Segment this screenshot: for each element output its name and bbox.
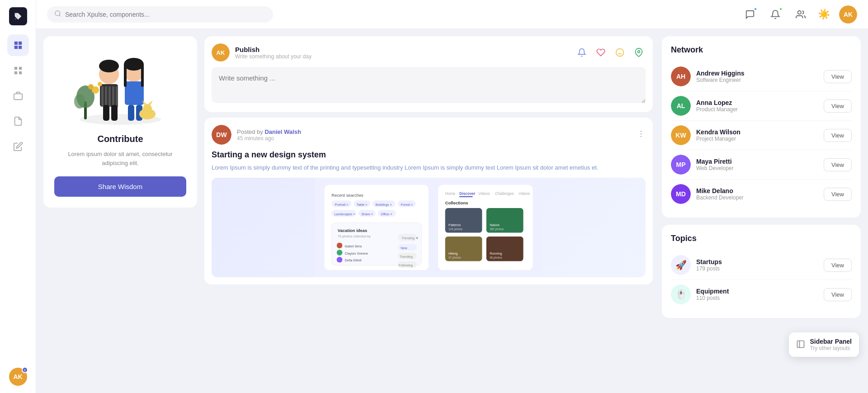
network-info-andrew: Andrew Higgins Software Engineer bbox=[696, 70, 818, 83]
share-wisdom-button[interactable]: Share Wisdom bbox=[54, 176, 186, 197]
svg-text:Trending ▼: Trending ▼ bbox=[401, 236, 419, 240]
svg-text:Recent searches: Recent searches bbox=[331, 192, 363, 197]
chat-notification-dot bbox=[754, 7, 757, 11]
startups-icon: 🚀 bbox=[675, 260, 687, 270]
topic-posts-equipment: 110 posts bbox=[696, 295, 818, 301]
topics-section: Topics 🚀 Startups 179 posts View 🖱️ bbox=[662, 225, 861, 318]
network-role: Software Engineer bbox=[696, 77, 818, 83]
contribute-illustration bbox=[71, 47, 170, 128]
view-maya-button[interactable]: View bbox=[824, 158, 852, 171]
sidebar-user-avatar[interactable]: AK 3 bbox=[9, 368, 27, 386]
composer-header: AK Publish Write something about your da… bbox=[212, 43, 646, 62]
network-title: Network bbox=[671, 45, 852, 55]
view-startups-button[interactable]: View bbox=[824, 259, 852, 272]
network-item: MP Maya Piretti Web Developer View bbox=[671, 150, 852, 180]
svg-text:Portrait ×: Portrait × bbox=[335, 202, 349, 206]
location-action-icon[interactable] bbox=[632, 46, 646, 59]
contribute-description: Lorem ipsum dolor sit amet, consectetur … bbox=[54, 150, 186, 167]
view-anna-button[interactable]: View bbox=[824, 99, 852, 113]
svg-text:Collections: Collections bbox=[445, 200, 468, 205]
svg-marker-32 bbox=[148, 100, 153, 105]
sidebar-item-briefcase[interactable] bbox=[7, 85, 29, 107]
svg-rect-14 bbox=[101, 86, 104, 107]
svg-point-63 bbox=[337, 242, 343, 248]
contribute-title: Contribute bbox=[97, 134, 143, 144]
network-avatar-anna: AL bbox=[671, 96, 691, 116]
topic-name-startups: Startups bbox=[696, 258, 818, 265]
network-item: KW Kendra Wilson Project Manager View bbox=[671, 121, 852, 150]
startups-icon-wrap: 🚀 bbox=[671, 255, 691, 275]
svg-rect-25 bbox=[103, 105, 109, 121]
svg-rect-17 bbox=[112, 86, 114, 107]
svg-text:Videos: Videos bbox=[478, 191, 490, 195]
post-author-name[interactable]: Daniel Walsh bbox=[264, 128, 301, 135]
app-logo[interactable] bbox=[9, 7, 27, 25]
composer-sub: Write something about your day bbox=[235, 53, 570, 60]
sidebar-panel-tooltip[interactable]: Sidebar Panel Try other layouts bbox=[789, 332, 859, 357]
svg-rect-15 bbox=[105, 86, 107, 107]
svg-text:Nature: Nature bbox=[490, 223, 500, 227]
svg-point-65 bbox=[337, 250, 343, 256]
network-name: Anna Lopez bbox=[696, 99, 818, 106]
main-container: ☀️ AK bbox=[36, 0, 868, 393]
svg-text:Share ×: Share × bbox=[361, 212, 373, 216]
svg-text:Table ×: Table × bbox=[357, 202, 368, 206]
view-equipment-button[interactable]: View bbox=[824, 288, 852, 301]
view-kendra-button[interactable]: View bbox=[824, 129, 852, 142]
svg-rect-3 bbox=[19, 71, 21, 74]
heart-action-icon[interactable] bbox=[594, 46, 608, 59]
equipment-icon-wrap: 🖱️ bbox=[671, 284, 691, 304]
composer-textarea[interactable] bbox=[212, 67, 646, 103]
svg-point-36 bbox=[616, 49, 624, 57]
bell-action-icon[interactable] bbox=[575, 46, 589, 59]
network-role: Backend Developer bbox=[696, 194, 818, 201]
post-header: DW Posted by Daniel Walsh 45 minutes ago bbox=[212, 125, 646, 145]
users-icon-button[interactable] bbox=[793, 6, 809, 23]
svg-text:Patterns: Patterns bbox=[448, 223, 461, 227]
network-info-maya: Maya Piretti Web Developer bbox=[696, 158, 818, 171]
view-mike-button[interactable]: View bbox=[824, 188, 852, 201]
svg-rect-2 bbox=[14, 71, 17, 74]
network-section: Network AH Andrew Higgins Software Engin… bbox=[662, 36, 861, 218]
sidebar-item-file[interactable] bbox=[7, 110, 29, 132]
user-avatar-nav[interactable]: AK bbox=[839, 5, 857, 24]
svg-text:Following: Following bbox=[399, 263, 413, 267]
sidebar-item-grid[interactable] bbox=[7, 60, 29, 81]
sidebar-panel-icon bbox=[796, 340, 805, 350]
svg-text:143 photos: 143 photos bbox=[448, 227, 462, 231]
network-avatar-mike: MD bbox=[671, 184, 691, 204]
sidebar-panel-content: Sidebar Panel Try other layouts bbox=[810, 338, 852, 351]
topic-item-equipment: 🖱️ Equipment 110 posts View bbox=[671, 280, 852, 309]
svg-point-39 bbox=[638, 51, 640, 53]
svg-text:Running: Running bbox=[490, 251, 502, 255]
svg-text:Clayton Greene: Clayton Greene bbox=[345, 251, 368, 255]
sidebar-item-dashboard[interactable] bbox=[7, 34, 29, 56]
chat-icon-button[interactable] bbox=[742, 6, 758, 23]
svg-point-11 bbox=[74, 94, 85, 109]
topic-name-equipment: Equipment bbox=[696, 288, 818, 295]
search-input[interactable] bbox=[65, 11, 266, 18]
svg-text:Vacation ideas: Vacation ideas bbox=[338, 228, 367, 233]
svg-point-7 bbox=[798, 10, 801, 14]
post-meta: Posted by Daniel Walsh 45 minutes ago bbox=[237, 128, 631, 142]
topnav-right: ☀️ AK bbox=[742, 5, 857, 24]
bell-icon-button[interactable] bbox=[767, 6, 783, 23]
svg-text:98 photos: 98 photos bbox=[490, 256, 502, 260]
search-box[interactable] bbox=[47, 6, 273, 23]
svg-rect-27 bbox=[128, 105, 134, 121]
svg-text:Home: Home bbox=[445, 191, 456, 195]
sidebar-item-note[interactable] bbox=[7, 136, 29, 157]
emoji-action-icon[interactable] bbox=[613, 46, 627, 59]
svg-rect-1 bbox=[19, 67, 21, 70]
network-role: Project Manager bbox=[696, 136, 818, 142]
svg-rect-97 bbox=[797, 341, 804, 347]
post-more-button[interactable] bbox=[637, 129, 646, 140]
theme-toggle-icon[interactable]: ☀️ bbox=[818, 9, 830, 20]
left-sidebar: AK 3 bbox=[0, 0, 36, 393]
left-panel: Contribute Lorem ipsum dolor sit amet, c… bbox=[43, 36, 197, 386]
view-andrew-button[interactable]: View bbox=[824, 70, 852, 83]
svg-point-22 bbox=[124, 58, 144, 71]
center-feed: AK Publish Write something about your da… bbox=[204, 36, 655, 386]
composer-info: Publish Write something about your day bbox=[235, 46, 570, 60]
network-item: AH Andrew Higgins Software Engineer View bbox=[671, 62, 852, 91]
